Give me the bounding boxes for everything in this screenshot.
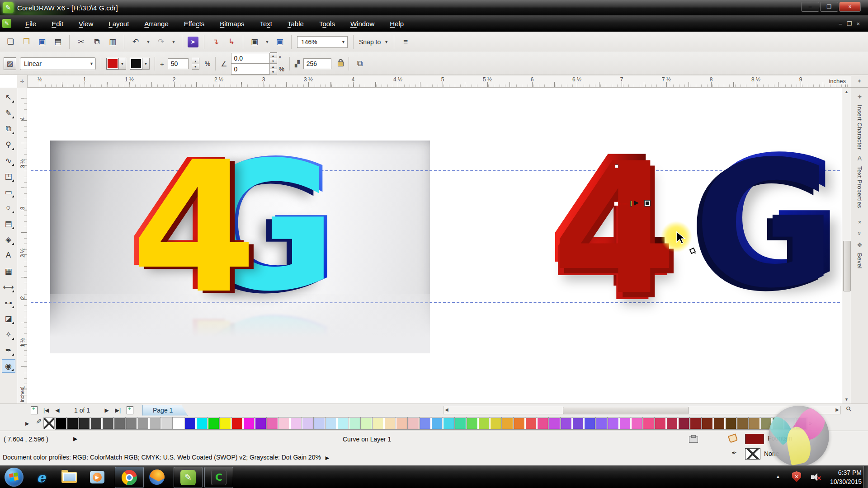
vertical-scrollbar[interactable]: ▲ ▼ bbox=[842, 88, 851, 404]
color-swatch[interactable] bbox=[537, 418, 548, 429]
palette-flyout-icon[interactable]: ▶ bbox=[25, 421, 33, 427]
fountain-steps-field[interactable]: 256 bbox=[303, 58, 331, 69]
color-swatch[interactable] bbox=[126, 418, 137, 429]
add-page-button-2[interactable] bbox=[127, 406, 133, 414]
taskbar-camtasia-button[interactable]: C bbox=[204, 467, 233, 488]
copy-button[interactable]: ⧉ bbox=[91, 36, 103, 48]
color-swatch[interactable] bbox=[90, 418, 102, 429]
print-button[interactable]: ▤ bbox=[52, 36, 64, 48]
color-swatch[interactable] bbox=[220, 418, 231, 429]
angle-spinner[interactable]: ▲▼ bbox=[270, 52, 277, 64]
color-swatch[interactable] bbox=[184, 418, 196, 429]
color-swatch[interactable] bbox=[302, 418, 313, 429]
text-tool[interactable]: A bbox=[2, 249, 15, 262]
edge-pad-spinner[interactable]: ▲▼ bbox=[270, 63, 277, 75]
menu-help[interactable]: Help bbox=[382, 17, 411, 30]
color-swatch[interactable] bbox=[678, 418, 689, 429]
steps-lock-icon[interactable] bbox=[338, 61, 344, 66]
color-swatch[interactable] bbox=[655, 418, 666, 429]
vscroll-thumb[interactable] bbox=[843, 241, 851, 291]
menu-edit[interactable]: Edit bbox=[44, 17, 71, 30]
menu-bitmaps[interactable]: Bitmaps bbox=[212, 17, 252, 30]
smart-fill-tool[interactable]: ◳ bbox=[2, 169, 15, 183]
extrude-tool[interactable]: ◪ bbox=[2, 312, 15, 325]
color-swatch[interactable] bbox=[396, 418, 407, 429]
color-swatch[interactable] bbox=[231, 418, 243, 429]
menu-window[interactable]: Window bbox=[343, 17, 382, 30]
color-swatch[interactable] bbox=[196, 418, 208, 429]
doc-minimize-button[interactable]: – bbox=[839, 20, 842, 27]
color-swatch[interactable] bbox=[737, 418, 748, 429]
color-swatch[interactable] bbox=[713, 418, 725, 429]
vector-numeral-4[interactable]: 4 bbox=[547, 133, 673, 314]
save-button[interactable]: ▣ bbox=[36, 36, 48, 48]
hscroll-thumb[interactable] bbox=[563, 407, 689, 414]
menu-view[interactable]: View bbox=[71, 17, 101, 30]
color-swatch[interactable] bbox=[643, 418, 654, 429]
first-page-button[interactable]: |◀ bbox=[40, 407, 52, 413]
scroll-up-icon[interactable]: ▲ bbox=[842, 89, 851, 94]
minimize-button[interactable]: – bbox=[801, 2, 819, 12]
outline-pen-tool[interactable]: ✒ bbox=[2, 343, 15, 357]
connector-tool[interactable]: ⊶ bbox=[2, 296, 15, 310]
page-tab[interactable]: Page 1 bbox=[142, 405, 188, 416]
rectangle-tool[interactable]: ▭ bbox=[2, 185, 15, 199]
taskbar-chrome-button[interactable] bbox=[115, 467, 144, 488]
last-page-button[interactable]: ▶| bbox=[112, 407, 124, 413]
zoom-tool-corner-icon[interactable]: ⚲ bbox=[844, 404, 854, 414]
status-expand-icon[interactable]: ▶ bbox=[73, 436, 77, 442]
color-swatch[interactable] bbox=[373, 418, 384, 429]
color-swatch[interactable] bbox=[561, 418, 572, 429]
vector-letter-g[interactable]: G bbox=[700, 134, 842, 308]
color-swatch[interactable] bbox=[137, 418, 149, 429]
color-swatch[interactable] bbox=[79, 418, 90, 429]
doc-close-button[interactable]: × bbox=[856, 20, 860, 27]
color-swatch[interactable] bbox=[584, 418, 595, 429]
start-button[interactable] bbox=[5, 468, 24, 487]
tray-security-shield-icon[interactable]: ✕ bbox=[792, 471, 801, 482]
restore-button[interactable]: ❐ bbox=[820, 2, 838, 12]
edge-pad-field[interactable]: 0 bbox=[231, 64, 270, 75]
app-launcher-dropdown[interactable]: ▼ bbox=[264, 36, 270, 48]
pick-tool[interactable]: ↖ bbox=[2, 90, 15, 104]
undo-button[interactable]: ↶ bbox=[130, 36, 142, 48]
show-desktop-button[interactable] bbox=[863, 466, 868, 488]
color-swatch[interactable] bbox=[114, 418, 125, 429]
color-swatch[interactable] bbox=[490, 418, 501, 429]
color-swatch[interactable] bbox=[278, 418, 290, 429]
color-swatch[interactable] bbox=[173, 418, 184, 429]
color-swatch[interactable] bbox=[455, 418, 466, 429]
options-button[interactable]: ≡ bbox=[400, 36, 411, 48]
redo-button[interactable]: ↷ bbox=[155, 36, 167, 48]
scroll-left-icon[interactable]: ◀ bbox=[445, 407, 448, 412]
docker-tab-bevel[interactable]: Bevel bbox=[856, 253, 863, 269]
midpoint-field[interactable]: 50 bbox=[168, 58, 189, 69]
color-swatch[interactable] bbox=[384, 418, 396, 429]
taskbar-coreldraw-button[interactable]: ✎ bbox=[174, 467, 203, 488]
color-swatch[interactable] bbox=[102, 418, 113, 429]
fill-status-swatch[interactable] bbox=[745, 434, 764, 444]
vertical-ruler[interactable]: inches 43 ½32 ½21 ½1 bbox=[17, 88, 27, 404]
color-swatch[interactable] bbox=[467, 418, 478, 429]
color-swatch[interactable] bbox=[290, 418, 302, 429]
ruler-origin-button[interactable]: ✛ bbox=[17, 75, 28, 88]
color-swatch[interactable] bbox=[478, 418, 490, 429]
start-color-dropdown[interactable]: ▼ bbox=[119, 58, 126, 70]
tray-volume-muted-icon[interactable]: ✕ bbox=[811, 473, 821, 481]
freehand-tool[interactable]: ∿ bbox=[2, 154, 15, 167]
welcome-screen-button[interactable]: ▣ bbox=[274, 36, 286, 48]
color-swatch[interactable] bbox=[149, 418, 160, 429]
scroll-right-icon[interactable]: ▶ bbox=[835, 407, 839, 412]
snap-to-dropdown[interactable]: Snap to ▼ bbox=[359, 38, 388, 46]
object-node-handle[interactable] bbox=[615, 164, 618, 168]
basic-shapes-tool[interactable]: ◈ bbox=[2, 233, 15, 246]
docker-close-icon[interactable]: × bbox=[858, 219, 862, 225]
color-swatch[interactable] bbox=[549, 418, 560, 429]
color-swatch[interactable] bbox=[572, 418, 584, 429]
color-swatch[interactable] bbox=[702, 418, 713, 429]
color-swatch[interactable] bbox=[161, 418, 172, 429]
docker-tab-text-properties[interactable]: Text Properties bbox=[856, 166, 863, 208]
color-swatch[interactable] bbox=[408, 418, 419, 429]
menu-table[interactable]: Table bbox=[280, 17, 311, 30]
zoom-level-combo[interactable]: 146% ▼ bbox=[297, 36, 348, 48]
